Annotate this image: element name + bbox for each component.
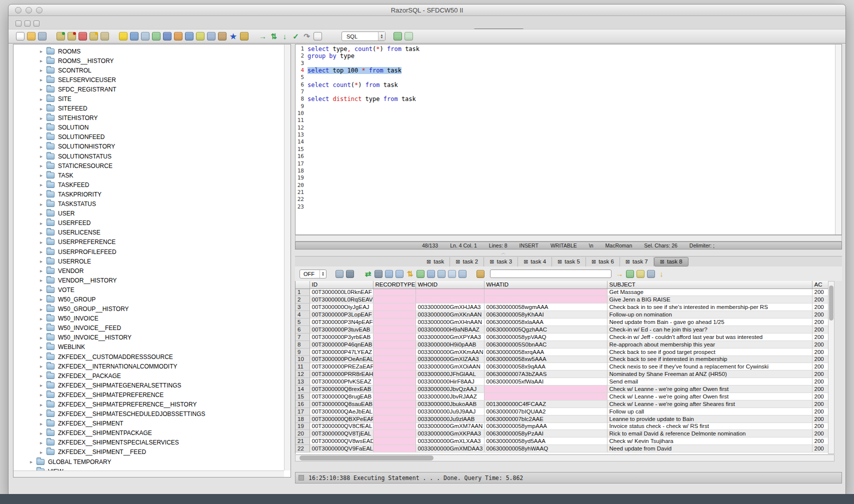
cell-subject[interactable]: Check w/ Leanne - we're going after Owen… [607,386,812,393]
disclosure-triangle-icon[interactable]: ▸ [38,125,44,130]
cell-id[interactable]: 00T3000000PfvKSEAZ [310,378,373,386]
disclosure-triangle-icon[interactable]: ▸ [38,144,44,150]
cell-recordtypeid[interactable] [373,326,416,333]
disclosure-triangle-icon[interactable]: ▸ [38,258,44,264]
cell-subject[interactable]: Check back in to see if she's interested… [607,304,812,311]
cell-whatid[interactable] [484,386,607,393]
cell-whoid[interactable]: 0033000000GmXKnAAN [416,311,484,318]
cell-recordtypeid[interactable] [373,370,416,378]
column-header-whoid[interactable]: WHOID [416,281,484,288]
titlebar[interactable]: RazorSQL - SFDCW50 II [8,4,846,16]
cell-whoid[interactable]: 0033000000H9i0pAAB [416,340,484,348]
tree-item-vendor-history[interactable]: ▸VENDOR__HISTORY [14,276,290,285]
editor-line[interactable]: 23 [296,204,842,210]
sql-editor[interactable]: 1select type, count(*) from task2group b… [295,44,842,235]
cell-whatid[interactable]: 006300000058yKhAAI [484,311,607,318]
tree-item-solutionstatus[interactable]: ▸SOLUTIONSTATUS [14,152,290,161]
panel-splitter[interactable]: ︿ [295,250,842,256]
disclosure-triangle-icon[interactable]: ▸ [38,154,44,159]
cell-recordtypeid[interactable] [373,304,416,311]
editor-line[interactable]: 17 [296,160,842,168]
cell-recordtypeid[interactable] [373,392,416,400]
tree-item-zkfedex-shipmatepreference-history[interactable]: ▸ZKFEDEX__SHIPMATEPREFERENCE__HISTORY [14,400,290,409]
table-vertical-scrollbar[interactable] [828,281,834,454]
copy-results-icon[interactable] [448,270,456,278]
tree-item-w50-invoice-history[interactable]: ▸W50_INVOICE__HISTORY [14,333,290,342]
database-icon[interactable] [100,32,109,40]
disclosure-triangle-icon[interactable]: ▸ [38,192,44,197]
disclosure-triangle-icon[interactable]: ▸ [38,364,44,369]
table-view-icon[interactable] [438,270,446,278]
cell-ac[interactable]: 200 [812,430,828,438]
book-orange-icon[interactable] [174,32,182,40]
tree-item-zkfedex-shipmentpackage[interactable]: ▸ZKFEDEX__SHIPMENTPACKAGE [14,428,290,438]
row-number-cell[interactable]: 1 [296,288,310,296]
tree-item-rooms[interactable]: ▸ROOMS [14,46,290,56]
cell-id[interactable]: 00T3000000L0RqSEAV [310,296,373,304]
cell-whoid[interactable]: 0033000000JbukoAAB [416,400,484,408]
cell-recordtypeid[interactable] [373,311,416,318]
save-all-icon[interactable] [647,270,655,278]
disclosure-triangle-icon[interactable]: ▸ [38,421,44,426]
cell-ac[interactable]: 200 [812,326,828,333]
row-number-cell[interactable]: 11 [296,363,310,370]
row-number-cell[interactable]: 15 [296,392,310,400]
cell-id[interactable]: 00T3000000QAeJbEAL [310,408,373,415]
disclosure-triangle-icon[interactable]: ▸ [38,392,44,398]
disclosure-triangle-icon[interactable]: ▸ [38,163,44,168]
edit-sql-icon[interactable] [141,32,150,40]
row-number-cell[interactable]: 6 [296,326,310,333]
cell-whatid[interactable]: 00630000007blc2AAE [484,415,607,422]
disclosure-triangle-icon[interactable]: ▸ [38,134,44,140]
row-number-cell[interactable]: 20 [296,430,310,438]
edit-cell-icon[interactable] [385,270,393,278]
row-number-cell[interactable]: 14 [296,386,310,393]
edit-list-icon[interactable] [196,32,204,40]
filter-icon[interactable] [346,270,354,278]
disclosure-triangle-icon[interactable]: ▸ [38,77,44,82]
cell-subject[interactable]: Follow up call [607,408,812,415]
cell-id[interactable]: 00T3000000QBXPeEAP [310,415,373,422]
tree-item-taskstatus[interactable]: ▸TASKSTATUS [14,200,290,209]
tree-item-zkfedex-shipmatepreference[interactable]: ▸ZKFEDEX__SHIPMATEPREFERENCE [14,390,290,400]
disclosure-triangle-icon[interactable]: ▸ [38,412,44,417]
combo-stepper-icon[interactable]: ▲▼ [378,32,385,40]
editor-line[interactable]: 1select type, count(*) from task [296,46,842,52]
cell-recordtypeid[interactable] [373,378,416,386]
cell-subject[interactable]: Invoice status check - check w/ RS first [607,422,812,430]
disclosure-triangle-icon[interactable]: ▸ [38,172,44,178]
tree-item-scontrol[interactable]: ▸SCONTROL [14,66,290,75]
favorites-star-icon[interactable]: ★ [229,32,238,40]
row-number-cell[interactable]: 8 [296,340,310,348]
cell-id[interactable]: 00T3000000P3tuvEAB [310,326,373,333]
cell-whoid[interactable] [416,288,484,296]
cell-whatid[interactable]: 006300000058wgmAAA [484,304,607,311]
cell-id[interactable]: 00T3000000Q8sauEAB [310,400,373,408]
tree-item-global-temporary[interactable]: ▸GLOBAL TEMPORARY [14,457,290,466]
row-number-cell[interactable]: 12 [296,370,310,378]
cell-whoid[interactable]: 0033000000GmXOiAAN [416,363,484,370]
result-tab-task-6[interactable]: ⊠task 6 [586,257,620,266]
cell-whoid[interactable]: 0033000000GmXLXAA3 [416,438,484,445]
result-tab-task-8[interactable]: ⊠task 8 [654,257,688,266]
disconnect-icon[interactable] [68,32,76,40]
cell-id[interactable]: 00T3000000Q8rexEAB [310,386,373,393]
cell-whoid[interactable]: 0033000000Ju9zlAAB [416,415,484,422]
commit-check-icon[interactable]: ✓ [292,32,300,40]
tree-item-w50-group-history[interactable]: ▸W50_GROUP__HISTORY [14,304,290,314]
log-document-icon[interactable] [314,32,322,40]
tree-item-userfeed[interactable]: ▸USERFEED [14,218,290,228]
disclosure-triangle-icon[interactable]: ▸ [38,48,44,54]
editor-line[interactable]: 8select distinct type from task [296,96,842,102]
connect-icon[interactable] [56,32,65,40]
cell-id[interactable]: 00T3000000P3yrbEAB [310,333,373,340]
tree-item-vendor[interactable]: ▸VENDOR [14,266,290,276]
cell-whatid[interactable]: 006300000058xlaAAA [484,318,607,326]
cell-recordtypeid[interactable] [373,386,416,393]
refresh-pages-icon[interactable] [152,32,160,40]
cell-whatid[interactable] [484,296,607,304]
splitter-grip-icon[interactable]: ︿ [501,250,506,256]
cell-whoid[interactable]: 0033000000GmXMDAA3 [416,445,484,452]
cell-id[interactable]: 00T3000000L0RknEAF [310,288,373,296]
tree-item-w50-invoice-feed[interactable]: ▸W50_INVOICE__FEED [14,324,290,333]
